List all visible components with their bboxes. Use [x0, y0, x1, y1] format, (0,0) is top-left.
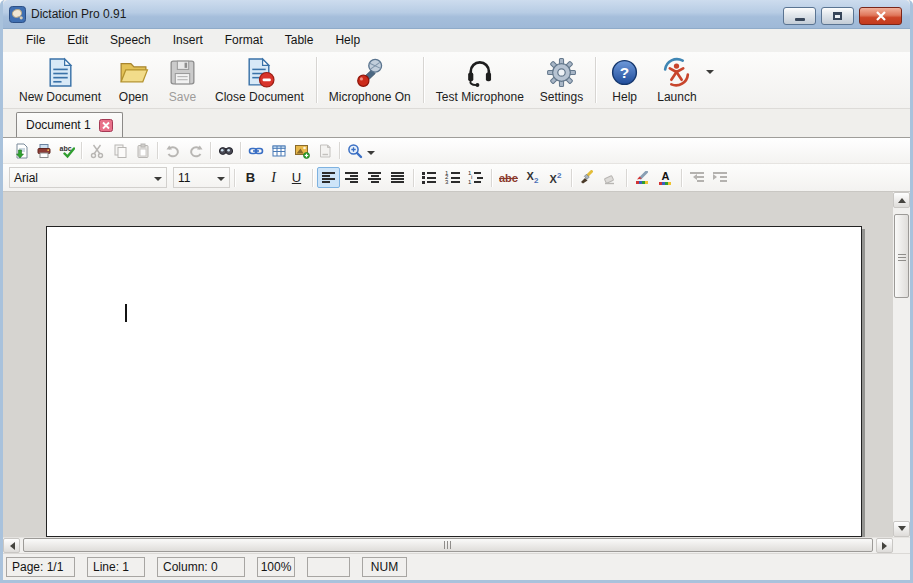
highlight-color-button[interactable] — [631, 167, 654, 188]
close-tab-icon[interactable] — [99, 119, 113, 132]
font-family-select[interactable]: Arial — [9, 167, 167, 188]
insert-table-button[interactable] — [267, 140, 290, 162]
horizontal-scrollbar[interactable] — [3, 537, 910, 553]
toolbar-separator — [210, 142, 211, 159]
scroll-up-button[interactable] — [893, 192, 910, 208]
menu-format[interactable]: Format — [214, 29, 274, 52]
outdent-button — [686, 167, 709, 188]
menu-file[interactable]: File — [15, 29, 56, 52]
numbered-list-icon: 1 2 3 — [445, 172, 460, 184]
align-center-button[interactable] — [363, 167, 386, 188]
menu-help[interactable]: Help — [324, 29, 371, 52]
print-icon — [36, 143, 52, 159]
svg-text:?: ? — [620, 64, 629, 81]
title-bar[interactable]: Dictation Pro 0.91 — [3, 0, 910, 29]
tab-document-1[interactable]: Document 1 — [16, 112, 123, 137]
horizontal-scroll-thumb[interactable] — [23, 538, 873, 552]
undo-icon — [165, 143, 181, 159]
vertical-scrollbar[interactable] — [893, 192, 910, 537]
scroll-grip-icon — [898, 252, 906, 261]
find-button[interactable] — [214, 140, 237, 162]
toolbar-separator — [157, 142, 158, 159]
cut-icon — [89, 143, 105, 159]
zoom-dropdown-arrow[interactable] — [367, 151, 375, 159]
menu-table[interactable]: Table — [274, 29, 325, 52]
align-left-button[interactable] — [317, 167, 340, 188]
undo-button — [161, 140, 184, 162]
bullet-list-button[interactable] — [418, 167, 441, 188]
cut-button — [85, 140, 108, 162]
menu-bar: File Edit Speech Insert Format Table Hel… — [3, 29, 910, 52]
font-size-select[interactable]: 11 — [173, 167, 230, 188]
hyperlink-icon — [248, 143, 264, 159]
launch-icon — [660, 56, 693, 89]
redo-icon — [188, 143, 204, 159]
edit-toolbar: abc — [3, 138, 910, 164]
scroll-track[interactable] — [893, 298, 910, 521]
toolbar-separator — [571, 169, 572, 187]
copy-icon — [112, 143, 128, 159]
strikethrough-button[interactable]: abc — [496, 167, 521, 188]
close-document-button[interactable]: Close Document — [207, 54, 312, 106]
superscript-button[interactable]: X2 — [544, 167, 567, 188]
menu-insert[interactable]: Insert — [162, 29, 214, 52]
scrollbar-corner — [893, 538, 910, 553]
microphone-on-button[interactable]: Microphone On — [321, 54, 419, 106]
app-icon — [9, 6, 26, 23]
settings-button[interactable]: Settings — [532, 54, 591, 106]
chevron-down-icon — [217, 177, 225, 185]
menu-speech[interactable]: Speech — [99, 29, 162, 52]
document-page[interactable] — [46, 226, 862, 537]
minimize-icon — [795, 18, 805, 21]
new-document-button[interactable]: New Document — [11, 54, 109, 106]
align-right-button[interactable] — [340, 167, 363, 188]
test-microphone-button[interactable]: Test Microphone — [428, 54, 532, 106]
underline-button[interactable]: U — [285, 167, 308, 188]
bold-button[interactable]: B — [239, 167, 262, 188]
spellcheck-button[interactable]: abc — [55, 140, 78, 162]
font-color-button[interactable]: A — [654, 167, 677, 188]
toolbar-separator — [240, 142, 241, 159]
menu-edit[interactable]: Edit — [56, 29, 99, 52]
italic-button[interactable]: I — [262, 167, 285, 188]
subscript-button[interactable]: X2 — [521, 167, 544, 188]
toolbar-separator — [491, 169, 492, 187]
bullet-list-icon — [422, 172, 437, 184]
status-line: Line: 1 — [87, 557, 145, 577]
maximize-button[interactable] — [821, 7, 854, 25]
launch-button[interactable]: Launch — [649, 54, 704, 106]
save-floppy-icon — [166, 56, 199, 89]
export-document-button[interactable] — [9, 140, 32, 162]
multilevel-list-button[interactable]: 1 i 1 — [464, 167, 487, 188]
clear-format-button — [599, 167, 622, 188]
clear-format-icon — [602, 170, 618, 186]
help-button[interactable]: ? Help — [600, 54, 649, 106]
scroll-right-button[interactable] — [876, 538, 893, 553]
scroll-down-button[interactable] — [893, 521, 910, 537]
font-color-icon: A — [659, 171, 671, 185]
toolbar-separator — [312, 169, 313, 187]
format-painter-button[interactable] — [576, 167, 599, 188]
scroll-track[interactable] — [20, 538, 876, 553]
zoom-button[interactable] — [343, 140, 366, 162]
launch-dropdown-arrow[interactable] — [706, 70, 714, 78]
status-extra — [307, 557, 350, 577]
close-button[interactable] — [859, 7, 902, 25]
insert-image-button[interactable] — [290, 140, 313, 162]
hyperlink-button[interactable] — [244, 140, 267, 162]
scroll-left-button[interactable] — [3, 538, 20, 553]
format-painter-icon — [579, 170, 595, 186]
numbered-list-button[interactable]: 1 2 3 — [441, 167, 464, 188]
open-button[interactable]: Open — [109, 54, 158, 106]
status-zoom: 100% — [257, 557, 295, 577]
document-area — [3, 192, 910, 537]
print-button[interactable] — [32, 140, 55, 162]
outdent-icon — [690, 172, 704, 184]
copy-button — [108, 140, 131, 162]
minimize-button[interactable] — [783, 7, 816, 25]
toolbar-separator — [626, 169, 627, 187]
headset-icon — [463, 56, 496, 89]
vertical-scroll-thumb[interactable] — [894, 214, 909, 298]
maximize-icon — [833, 12, 842, 20]
justify-button[interactable] — [386, 167, 409, 188]
